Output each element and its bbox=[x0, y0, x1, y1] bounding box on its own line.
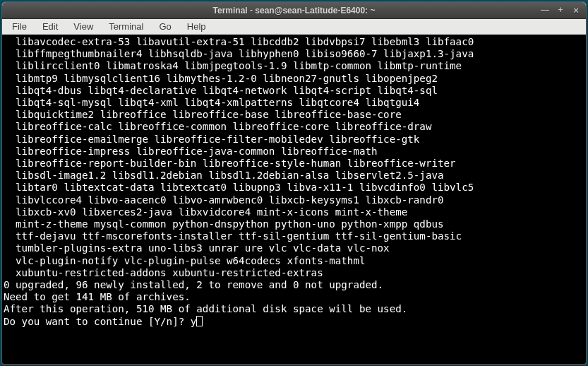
package-line: mint-z-theme mysql-common python-dnspyth… bbox=[4, 218, 584, 230]
package-line: libreoffice-emailmerge libreoffice-filte… bbox=[4, 134, 584, 146]
terminal-window: Terminal - sean@sean-Latitude-E6400: ~ —… bbox=[1, 1, 587, 365]
minimize-button[interactable]: — bbox=[539, 4, 551, 16]
package-line: libxcb-xv0 libxerces2-java libxvidcore4 … bbox=[4, 206, 584, 218]
package-line: libtar0 libtextcat-data libtextcat0 libu… bbox=[4, 182, 584, 194]
package-line: libvlccore4 libvo-aacenc0 libvo-amrwbenc… bbox=[4, 194, 584, 206]
package-line: libquicktime2 libreoffice libreoffice-ba… bbox=[4, 109, 584, 121]
status-line: After this operation, 510 MB of addition… bbox=[4, 303, 584, 315]
package-line: vlc-plugin-notify vlc-plugin-pulse w64co… bbox=[4, 255, 584, 267]
package-line: xubuntu-restricted-addons xubuntu-restri… bbox=[4, 267, 584, 279]
status-line: Need to get 141 MB of archives. bbox=[4, 291, 584, 303]
menu-help[interactable]: Help bbox=[180, 20, 213, 33]
prompt-text: Do you want to continue [Y/n]? bbox=[4, 316, 191, 327]
package-line: libreoffice-calc libreoffice-common libr… bbox=[4, 121, 584, 133]
package-line: libmtp9 libmysqlclient16 libmythes-1.2-0… bbox=[4, 73, 584, 85]
maximize-button[interactable]: + bbox=[555, 4, 566, 16]
close-button[interactable]: × bbox=[570, 4, 582, 16]
package-line: libavcodec-extra-53 libavutil-extra-51 l… bbox=[4, 36, 584, 48]
menu-go[interactable]: Go bbox=[152, 20, 178, 33]
terminal-area[interactable]: libavcodec-extra-53 libavutil-extra-51 l… bbox=[2, 35, 586, 364]
package-line: libqt4-dbus libqt4-declarative libqt4-ne… bbox=[4, 85, 584, 97]
user-input: y bbox=[191, 316, 197, 327]
package-line: liblircclient0 libmatroska4 libmjpegtool… bbox=[4, 60, 584, 72]
cursor bbox=[196, 316, 203, 326]
menu-view[interactable]: View bbox=[66, 20, 100, 33]
titlebar[interactable]: Terminal - sean@sean-Latitude-E6400: ~ —… bbox=[2, 2, 586, 19]
package-line: libsdl-image1.2 libsdl1.2debian libsdl1.… bbox=[4, 170, 584, 182]
package-line: ttf-dejavu ttf-mscorefonts-installer ttf… bbox=[4, 230, 584, 242]
package-line: libreoffice-report-builder-bin libreoffi… bbox=[4, 158, 584, 170]
menu-file[interactable]: File bbox=[5, 20, 34, 33]
window-title: Terminal - sean@sean-Latitude-E6400: ~ bbox=[2, 6, 586, 16]
menu-terminal[interactable]: Terminal bbox=[102, 20, 150, 33]
prompt-line: Do you want to continue [Y/n]? y bbox=[4, 316, 584, 328]
status-line: 0 upgraded, 96 newly installed, 2 to rem… bbox=[4, 279, 584, 291]
package-line: libreoffice-impress libreoffice-java-com… bbox=[4, 146, 584, 158]
menubar: File Edit View Terminal Go Help bbox=[2, 19, 586, 35]
package-line: libffmpegthumbnailer4 libhsqldb-java lib… bbox=[4, 48, 584, 60]
window-controls: — + × bbox=[539, 4, 582, 16]
package-line: libqt4-sql-mysql libqt4-xml libqt4-xmlpa… bbox=[4, 97, 584, 109]
package-line: tumbler-plugins-extra uno-libs3 unrar ur… bbox=[4, 242, 584, 254]
menu-edit[interactable]: Edit bbox=[35, 20, 65, 33]
